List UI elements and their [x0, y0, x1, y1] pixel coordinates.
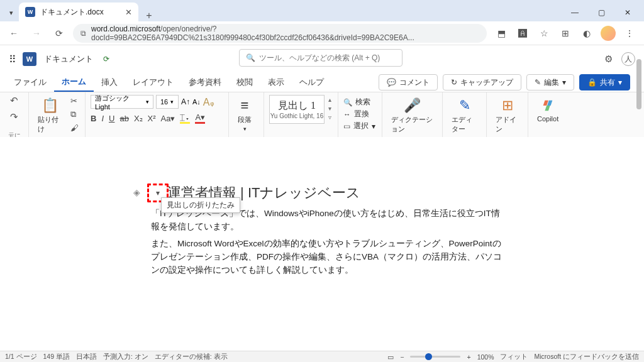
- font-size-combo[interactable]: 16▾: [156, 95, 179, 109]
- highlight-button[interactable]: ⌶▾: [180, 112, 190, 124]
- tab-view[interactable]: 表示: [260, 74, 292, 91]
- fit-button[interactable]: フィット: [500, 353, 528, 361]
- scrollbar-thumb[interactable]: [636, 59, 641, 109]
- close-tab-icon[interactable]: ✕: [125, 8, 132, 17]
- font-color-button[interactable]: A▾: [195, 112, 205, 124]
- comments-button[interactable]: 💬 コメント: [379, 74, 438, 90]
- browser-tab[interactable]: W ドキュメント.docx ✕: [19, 3, 138, 21]
- status-editor[interactable]: エディターの候補: 表示: [155, 353, 228, 361]
- new-tab-button[interactable]: +: [138, 10, 156, 21]
- account-icon[interactable]: 人: [621, 52, 635, 66]
- zoom-slider[interactable]: [410, 356, 460, 358]
- format-painter-button[interactable]: 🖌: [70, 123, 79, 133]
- url-host: word.cloud.microsoft: [91, 25, 160, 33]
- settings-icon[interactable]: ⚙: [604, 53, 613, 65]
- install-app-icon[interactable]: ⬒: [492, 25, 511, 42]
- view-read[interactable]: ▭: [387, 353, 394, 361]
- browser-menu-icon[interactable]: ⋮: [620, 25, 639, 42]
- copilot-inline-icon[interactable]: ◈: [133, 186, 140, 200]
- app-launcher-icon[interactable]: ⠿: [9, 53, 15, 65]
- search-placeholder: ツール、ヘルプなどの検索 (Alt + Q): [259, 53, 380, 63]
- find-button[interactable]: 🔍 検索: [343, 97, 370, 107]
- zoom-in-button[interactable]: +: [467, 353, 470, 361]
- close-window-button[interactable]: ✕: [615, 4, 640, 21]
- font-name-combo[interactable]: 游ゴシック Light▾: [91, 95, 153, 109]
- bookmark-icon[interactable]: ☆: [535, 25, 553, 42]
- paragraph-button[interactable]: ≡ 段落 ▾: [234, 95, 255, 134]
- editing-mode-button[interactable]: ✎ 編集 ▾: [526, 74, 574, 90]
- style-up[interactable]: ▴: [328, 96, 331, 103]
- search-box[interactable]: 🔍 ツール、ヘルプなどの検索 (Alt + Q): [239, 49, 402, 67]
- status-predict[interactable]: 予測入力: オン: [103, 353, 148, 361]
- italic-button[interactable]: I: [101, 114, 104, 123]
- catchup-button[interactable]: ↻ キャッチアップ: [443, 74, 521, 90]
- zoom-level[interactable]: 100%: [477, 353, 494, 361]
- superscript-button[interactable]: X²: [148, 114, 156, 123]
- vertical-scrollbar[interactable]: [635, 53, 643, 349]
- translate-icon[interactable]: 🅰: [513, 25, 532, 42]
- document-canvas[interactable]: ◈ ▾ 運営者情報 | ITナレッジベース 「ITナレッジベース」では、Wind…: [0, 137, 644, 351]
- grow-font-button[interactable]: A↑: [181, 97, 190, 106]
- addins-button[interactable]: ⊞アドイン: [492, 95, 523, 136]
- save-status-icon[interactable]: ⟳: [101, 53, 112, 65]
- address-bar[interactable]: ⧉ word.cloud.microsoft/open/onedrive/?do…: [73, 24, 487, 43]
- share-button[interactable]: 🔒 共有 ▾: [579, 74, 630, 90]
- site-info-icon[interactable]: ⧉: [80, 29, 86, 38]
- tab-references[interactable]: 参考資料: [181, 74, 229, 91]
- strikethrough-button[interactable]: ab: [119, 114, 128, 123]
- minimize-button[interactable]: —: [562, 4, 587, 21]
- tab-help[interactable]: ヘルプ: [292, 74, 331, 91]
- redo-button[interactable]: ↷: [10, 111, 18, 123]
- tab-home[interactable]: ホーム: [54, 74, 94, 92]
- reload-button[interactable]: ⟳: [50, 25, 68, 42]
- tab-layout[interactable]: レイアウト: [125, 74, 181, 91]
- cut-button[interactable]: ✂: [70, 96, 79, 106]
- underline-button[interactable]: U: [109, 114, 114, 123]
- shrink-font-button[interactable]: A↓: [192, 98, 201, 106]
- select-button[interactable]: ▭ 選択▾: [343, 121, 375, 131]
- collapse-tooltip: 見出しの折りたたみ: [161, 197, 240, 213]
- style-down[interactable]: ▾: [328, 105, 331, 112]
- tab-file[interactable]: ファイル: [6, 74, 54, 91]
- tab-review[interactable]: 校閲: [229, 74, 260, 91]
- word-favicon: W: [25, 7, 35, 17]
- document-title[interactable]: ドキュメント: [44, 53, 93, 65]
- clear-formatting-button[interactable]: Aᵩ: [203, 96, 214, 108]
- search-icon: 🔍: [246, 53, 255, 62]
- bold-button[interactable]: B: [91, 114, 96, 123]
- copilot-button[interactable]: Copilot: [533, 95, 562, 125]
- paragraph-2[interactable]: また、Microsoft WordやExcelの効率的な使い方やトラブルシューテ…: [151, 238, 503, 277]
- feedback-link[interactable]: Microsoft にフィードバックを送信: [534, 353, 639, 361]
- copy-button[interactable]: ⧉: [70, 109, 79, 119]
- tab-title: ドキュメント.docx: [40, 7, 120, 18]
- style-more[interactable]: ▿: [328, 114, 331, 121]
- extension-icon[interactable]: ◐: [577, 25, 596, 42]
- maximize-button[interactable]: ▢: [589, 4, 614, 21]
- status-lang[interactable]: 日本語: [76, 353, 97, 361]
- status-page[interactable]: 1/1 ページ: [5, 353, 37, 361]
- word-app-icon: W: [23, 52, 36, 66]
- forward-button: →: [28, 25, 45, 42]
- extensions-icon[interactable]: ⊞: [556, 25, 575, 42]
- undo-button[interactable]: ↶: [10, 95, 18, 106]
- zoom-out-button[interactable]: −: [400, 353, 404, 361]
- profile-avatar[interactable]: [599, 25, 618, 42]
- tab-insert[interactable]: 挿入: [94, 74, 125, 91]
- replace-button[interactable]: ↔ 置換: [343, 109, 369, 119]
- subscript-button[interactable]: X₂: [134, 114, 143, 123]
- change-case-button[interactable]: Aa▾: [161, 114, 175, 123]
- status-words[interactable]: 149 単語: [43, 353, 70, 361]
- style-heading1[interactable]: 見出し 1 Yu Gothic Light, 16: [269, 95, 325, 124]
- editor-button[interactable]: ✎エディター: [448, 95, 481, 136]
- back-button[interactable]: ←: [5, 25, 23, 42]
- tab-list-button[interactable]: ▾: [4, 4, 19, 21]
